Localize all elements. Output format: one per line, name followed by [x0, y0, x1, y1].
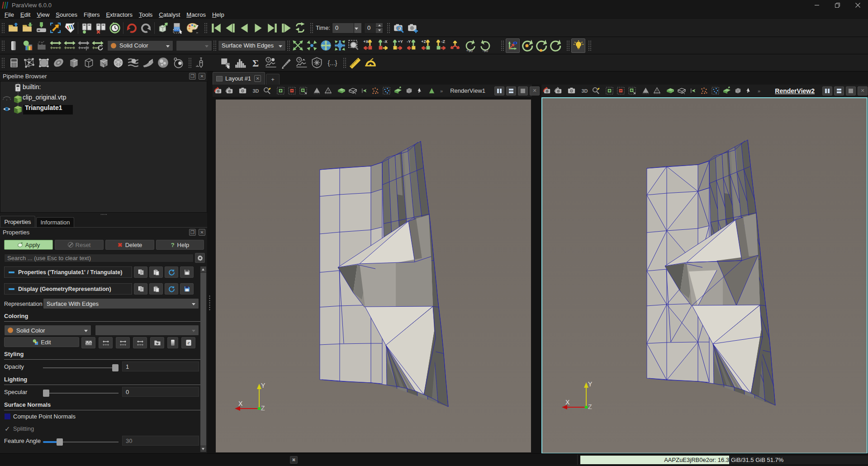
svg-text:-Y: -Y: [407, 39, 411, 44]
svg-text:{...}: {...}: [327, 59, 337, 67]
svg-text:Σ: Σ: [252, 57, 258, 68]
svg-text:-Z: -Z: [441, 39, 445, 44]
svg-text:+Y: +Y: [398, 39, 403, 44]
svg-text:Y: Y: [261, 382, 266, 389]
svg-text:+Z: +Z: [421, 39, 426, 44]
svg-text:Z: Z: [261, 404, 265, 412]
svg-text:-X: -X: [383, 39, 387, 44]
svg-text:X: X: [238, 400, 243, 407]
svg-text:-90: -90: [482, 48, 488, 52]
svg-text:+X: +X: [363, 39, 368, 44]
svg-text:Z: Z: [588, 403, 592, 410]
svg-text:+90: +90: [466, 48, 473, 52]
svg-text:e: e: [187, 340, 190, 345]
svg-text:Y: Y: [588, 380, 593, 388]
svg-text:X: X: [565, 399, 570, 406]
